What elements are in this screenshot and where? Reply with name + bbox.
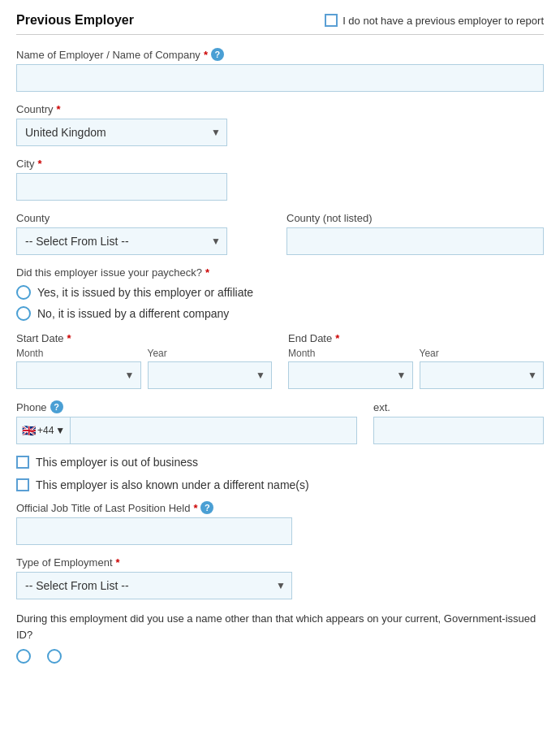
start-year-label: Year <box>148 348 273 359</box>
paycheck-no-radio[interactable] <box>16 306 31 321</box>
country-select-wrapper[interactable]: United Kingdom United States Canada Aust… <box>16 119 227 146</box>
end-month-label: Month <box>288 348 413 359</box>
also-known-label: This employer is also known under a diff… <box>36 478 309 491</box>
country-group: Country * United Kingdom United States C… <box>16 103 544 146</box>
job-title-label: Official Job Title of Last Position Held… <box>16 501 544 514</box>
name-change-yes-option[interactable] <box>16 649 31 664</box>
required-star: * <box>204 49 208 61</box>
paycheck-label: Did this employer issue your paycheck? * <box>16 266 544 279</box>
start-year-select-wrapper[interactable]: 202420232022 202120202019 ▼ <box>148 361 273 389</box>
employer-name-label: Name of Employer / Name of Company * ? <box>16 48 544 61</box>
section-title: Previous Employer <box>16 13 134 28</box>
job-title-group: Official Job Title of Last Position Held… <box>16 501 544 545</box>
start-year-select[interactable]: 202420232022 202120202019 <box>148 361 273 389</box>
ext-input[interactable] <box>373 417 544 444</box>
end-month-select[interactable]: JanuaryFebruaryMarch AprilMayJune JulyAu… <box>288 361 413 389</box>
out-of-business-label: This employer is out of business <box>36 456 198 469</box>
employment-type-select-wrapper[interactable]: -- Select From List -- Full-time Part-ti… <box>16 572 292 599</box>
county-select-wrapper[interactable]: -- Select From List -- Bedfordshire Berk… <box>16 227 227 255</box>
end-date-fields: Month JanuaryFebruaryMarch AprilMayJune … <box>288 348 544 389</box>
date-section: Start Date * Month JanuaryFebruaryMarch … <box>16 332 544 389</box>
phone-flag-select[interactable]: 🇬🇧 +44 ▼ <box>17 417 71 443</box>
phone-field: Phone ? 🇬🇧 +44 ▼ <box>16 400 357 444</box>
name-change-radios <box>16 649 544 670</box>
end-month-select-wrapper[interactable]: JanuaryFebruaryMarch AprilMayJune JulyAu… <box>288 361 413 389</box>
employment-type-group: Type of Employment * -- Select From List… <box>16 556 544 599</box>
end-year-select-wrapper[interactable]: 202420232022 202120202019 ▼ <box>420 361 545 389</box>
required-star: * <box>37 158 41 170</box>
bottom-text: During this employment did you use a nam… <box>16 611 544 642</box>
name-change-yes-radio[interactable] <box>16 649 31 664</box>
out-of-business-row[interactable]: This employer is out of business <box>16 456 544 469</box>
start-year-field: Year 202420232022 202120202019 ▼ <box>148 348 273 389</box>
employer-name-input[interactable] <box>16 64 544 92</box>
no-employer-row[interactable]: I do not have a previous employer to rep… <box>325 14 544 27</box>
employer-name-help-icon[interactable]: ? <box>211 48 224 61</box>
paycheck-group: Did this employer issue your paycheck? *… <box>16 266 544 321</box>
city-label: City * <box>16 158 544 170</box>
paycheck-no-option[interactable]: No, it is issued by a different company <box>16 306 544 321</box>
no-employer-label: I do not have a previous employer to rep… <box>342 15 544 27</box>
start-date-group: Start Date * Month JanuaryFebruaryMarch … <box>16 332 272 389</box>
paycheck-yes-label: Yes, it is issued by this employer or af… <box>37 286 253 299</box>
also-known-row[interactable]: This employer is also known under a diff… <box>16 478 544 491</box>
required-star: * <box>205 266 209 279</box>
phone-help-icon[interactable]: ? <box>50 400 63 413</box>
end-date-label: End Date * <box>288 332 544 344</box>
city-input[interactable] <box>16 173 227 201</box>
required-star: * <box>57 103 61 115</box>
ext-field: ext. <box>373 401 544 444</box>
employment-type-label: Type of Employment * <box>16 556 544 569</box>
job-title-help-icon[interactable]: ? <box>200 501 213 514</box>
county-row: County -- Select From List -- Bedfordshi… <box>16 212 544 266</box>
employment-type-select[interactable]: -- Select From List -- Full-time Part-ti… <box>16 572 292 599</box>
ext-label: ext. <box>373 401 544 413</box>
end-date-group: End Date * Month JanuaryFebruaryMarch Ap… <box>288 332 544 389</box>
end-year-field: Year 202420232022 202120202019 ▼ <box>420 348 545 389</box>
phone-dropdown-icon: ▼ <box>55 425 65 436</box>
country-label: Country * <box>16 103 544 115</box>
section-header: Previous Employer I do not have a previo… <box>16 13 544 35</box>
paycheck-yes-radio[interactable] <box>16 285 31 300</box>
name-change-no-radio[interactable] <box>47 649 62 664</box>
paycheck-yes-option[interactable]: Yes, it is issued by this employer or af… <box>16 285 544 300</box>
required-star: * <box>67 332 71 344</box>
start-date-label: Start Date * <box>16 332 272 344</box>
phone-row: Phone ? 🇬🇧 +44 ▼ ext. <box>16 400 544 444</box>
job-title-input[interactable] <box>16 517 292 545</box>
phone-label: Phone ? <box>16 400 357 413</box>
county-not-listed-group: County (not listed) <box>286 212 544 255</box>
start-date-fields: Month JanuaryFebruaryMarch AprilMayJune … <box>16 348 272 389</box>
start-month-select[interactable]: JanuaryFebruaryMarch AprilMayJune JulyAu… <box>16 361 141 389</box>
employer-name-group: Name of Employer / Name of Company * ? <box>16 48 544 92</box>
county-not-listed-input[interactable] <box>286 227 544 255</box>
county-select[interactable]: -- Select From List -- Bedfordshire Berk… <box>16 227 227 255</box>
country-select[interactable]: United Kingdom United States Canada Aust… <box>16 119 227 146</box>
paycheck-no-label: No, it is issued by a different company <box>37 307 229 320</box>
no-employer-checkbox[interactable] <box>325 14 338 27</box>
county-label: County <box>16 212 274 224</box>
also-known-checkbox[interactable] <box>16 478 29 491</box>
required-star: * <box>116 556 120 569</box>
city-group: City * <box>16 158 544 201</box>
county-not-listed-label: County (not listed) <box>286 212 544 224</box>
county-group: County -- Select From List -- Bedfordshi… <box>16 212 274 255</box>
required-star: * <box>335 332 339 344</box>
required-star: * <box>193 502 197 514</box>
start-month-label: Month <box>16 348 141 359</box>
uk-flag-icon: 🇬🇧 <box>22 424 36 437</box>
end-year-select[interactable]: 202420232022 202120202019 <box>420 361 545 389</box>
start-month-select-wrapper[interactable]: JanuaryFebruaryMarch AprilMayJune JulyAu… <box>16 361 141 389</box>
out-of-business-checkbox[interactable] <box>16 456 29 469</box>
end-month-field: Month JanuaryFebruaryMarch AprilMayJune … <box>288 348 413 389</box>
phone-input-wrapper[interactable]: 🇬🇧 +44 ▼ <box>16 417 357 444</box>
end-year-label: Year <box>420 348 545 359</box>
name-change-no-option[interactable] <box>47 649 62 664</box>
start-month-field: Month JanuaryFebruaryMarch AprilMayJune … <box>16 348 141 389</box>
phone-code: +44 <box>37 425 54 436</box>
phone-number-input[interactable] <box>71 417 356 443</box>
